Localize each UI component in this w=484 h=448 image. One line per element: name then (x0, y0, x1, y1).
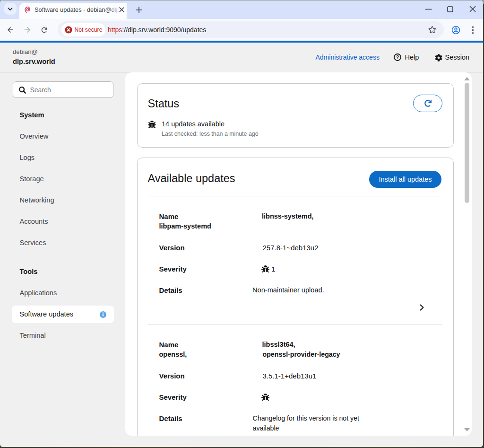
svg-text:?: ? (396, 55, 399, 60)
